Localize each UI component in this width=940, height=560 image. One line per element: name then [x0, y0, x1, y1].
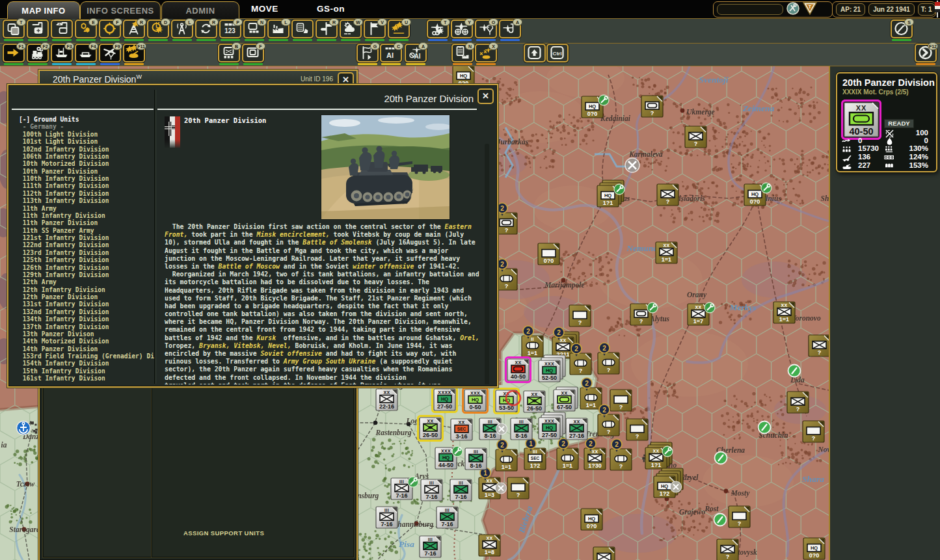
tab-admin[interactable]: ADMIN — [161, 1, 239, 19]
unit-encyclopedia-list[interactable]: [-] Ground Units - Germany - 100th Light… — [19, 116, 157, 383]
toolbar-button-ring-icon[interactable]: F — [99, 20, 121, 38]
toolbar-button-arrow-right-icon[interactable]: F1 — [3, 44, 25, 62]
encyclopedia-list-item[interactable]: 134th Infantry Division — [19, 315, 157, 323]
toolbar-button-factory-icon[interactable]: L — [267, 20, 289, 38]
toolbar-button-monitor-units-icon[interactable]: B — [218, 44, 240, 62]
unit-counter-7-16[interactable]: III7-16 — [376, 507, 397, 528]
encyclopedia-list-item[interactable]: 121st Infantry Division — [19, 234, 157, 241]
encyclopedia-list-item[interactable]: 110th Infantry Division — [19, 175, 157, 182]
toolbar-button-barge-icon[interactable]: F4 — [75, 44, 97, 62]
tools-icon[interactable] — [786, 2, 799, 18]
encyclopedia-list-item[interactable]: 132nd Infantry Division — [19, 308, 157, 315]
encyclopedia-list-item[interactable]: 14th Panzer Division — [19, 345, 157, 353]
toolbar-button-flag-icon[interactable]: V — [364, 20, 386, 38]
encyclopedia-list-item[interactable]: 125th Infantry Division — [19, 256, 157, 263]
unit-counter-0-50[interactable]: XXXHQ0-50 — [463, 388, 488, 413]
unit-counter-26-50[interactable]: XX26-50 — [524, 391, 545, 412]
encyclopedia-list-item[interactable]: 13th Panzer Divison — [19, 330, 157, 338]
encyclopedia-list-item[interactable]: 14th Motorized Division — [19, 338, 157, 345]
toolbar-button-timer-burst-icon[interactable]: D — [147, 20, 169, 38]
unit-counter-0x0[interactable]: HQ0?0 — [581, 509, 602, 530]
encyclopedia-list-item[interactable]: 129th Infantry Division — [19, 271, 157, 278]
unit-counter-x[interactable]: ? — [657, 184, 678, 206]
unit-counter-7-16[interactable]: III7-16 — [450, 479, 472, 501]
message-input[interactable] — [717, 4, 783, 15]
unit-counter-x[interactable]: ? — [641, 96, 663, 117]
unit-counter-1x1[interactable]: XX1=1 — [773, 302, 795, 323]
toolbar-button-shift-key-icon[interactable] — [524, 44, 546, 62]
unit-counter-1x1[interactable]: XX1?1 — [645, 442, 673, 469]
encyclopedia-list-item[interactable]: 10th Panzer Division — [19, 168, 157, 175]
unit-counter-7-16[interactable]: III7-16 — [420, 536, 441, 557]
unit-panel-counter[interactable]: XX40-50 — [841, 100, 878, 136]
unit-counter-x[interactable]: ? — [803, 421, 824, 442]
encyclopedia-list-item[interactable]: - Germany - — [19, 123, 157, 130]
unit-counter-x[interactable]: ? — [610, 390, 632, 411]
toolbar-button-page-add-icon[interactable] — [27, 20, 49, 38]
article-scrollbar[interactable] — [485, 144, 489, 384]
toolbar-button-cycle-icon[interactable]: R — [195, 20, 217, 38]
toolbar-button-rail-burst-icon[interactable]: R — [123, 20, 145, 38]
toolbar-button-air-transport-icon[interactable]: A — [499, 20, 521, 38]
toolbar-button-ai-air-icon[interactable]: AIA — [405, 44, 427, 62]
toolbar-button-box-units-icon[interactable]: N — [243, 20, 265, 38]
encyclopedia-list-item[interactable]: 126th Infantry Division — [19, 264, 157, 271]
unit-counter-27-50[interactable]: XXXXHQ27-50 — [433, 388, 457, 412]
toolbar-button-page-min-icon[interactable] — [51, 20, 73, 38]
encyclopedia-list-item[interactable]: 12th Panzer Division — [19, 293, 157, 300]
encyclopedia-list-item[interactable]: 15th Infantry Division — [19, 367, 157, 375]
toolbar-button-tank-burst-icon[interactable]: F11 — [123, 44, 145, 62]
encyclopedia-list-item[interactable]: 11th Army — [19, 205, 157, 212]
encyclopedia-list-item[interactable]: 123rd Infantry Division — [19, 249, 157, 256]
toolbar-button-counters-icon[interactable]: T — [3, 20, 25, 38]
toolbar-button-radio-icon[interactable]: L — [171, 20, 193, 38]
toolbar-button-air-drop-icon[interactable]: F9 — [99, 44, 121, 62]
encyclopedia-close-button[interactable]: ✕ — [477, 88, 494, 104]
toolbar-button-hexes-icon[interactable]: E — [75, 20, 97, 38]
toolbar-button-ship-icon[interactable]: F3 — [51, 44, 73, 62]
toolbar-button-signpost-icon[interactable]: R — [316, 20, 338, 38]
encyclopedia-list-item[interactable]: 10th Motorized Division — [19, 160, 157, 167]
toolbar-button-units-123-icon[interactable]: 123P — [219, 20, 241, 38]
assign-support-units-button[interactable]: ASSIGN SUPPORT UNITS — [183, 529, 264, 537]
tab-info-screens[interactable]: INFO SCREENS — [80, 1, 161, 19]
toolbar-button-flag-next-icon[interactable]: G — [356, 44, 379, 62]
toolbar-button-burst-icon[interactable]: U — [388, 20, 410, 38]
toolbar-button-dial-icon[interactable]: S — [891, 20, 913, 38]
gs-toggle-label[interactable]: GS-on — [317, 4, 345, 14]
unit-counter-x[interactable]: ? — [729, 506, 750, 527]
toolbar-button-next-turn-icon[interactable]: F12 — [915, 44, 937, 62]
toolbar-button-ai-ground-icon[interactable]: AIC — [380, 44, 402, 62]
unit-counter-3-16[interactable]: XXSEC3-16 — [451, 419, 472, 440]
unit-counter-53-50[interactable]: XXHQ53-50 — [494, 389, 521, 414]
toolbar-button-monitor-icon[interactable]: F — [242, 44, 264, 62]
unit-counter-x[interactable]: ? — [787, 392, 809, 413]
encyclopedia-list-item[interactable]: [-] Ground Units — [19, 116, 157, 123]
encyclopedia-list-item[interactable]: 12th Army — [19, 278, 157, 286]
encyclopedia-list-item[interactable]: 137th Infantry Division — [19, 323, 157, 330]
toolbar-button-air-ground-icon[interactable]: T — [427, 20, 449, 38]
toolbar-button-ctrl-key-icon[interactable]: Ctrl — [546, 44, 569, 62]
encyclopedia-list-item[interactable]: 113th Infantry Division — [19, 197, 157, 204]
unit-counter-7-16[interactable]: III7-16 — [421, 479, 442, 501]
unit-counter-7-16[interactable]: III7-16 — [436, 507, 458, 528]
encyclopedia-list-item[interactable]: 106th Infantry Division — [19, 153, 157, 160]
unit-counter-52-50[interactable]: XXXHQ52-50 — [539, 355, 565, 382]
unit-counter-40-50[interactable]: XX40-50 — [506, 358, 531, 382]
unit-counter-x[interactable]: ? — [717, 539, 738, 560]
toolbar-button-train-icon[interactable]: F2 — [27, 44, 49, 62]
unit-counter-0x0[interactable]: 0?0 — [538, 243, 559, 265]
encyclopedia-list-item[interactable]: 112th Infantry Division — [19, 190, 157, 197]
unit-counter-0x0[interactable]: HQ0?0 — [803, 538, 825, 559]
unit-counter-1x8[interactable]: XX1=8 — [479, 535, 500, 556]
toolbar-button-air-para-icon[interactable]: O — [475, 20, 497, 38]
unit-counter-1x1[interactable]: HQ1?1 — [597, 180, 624, 207]
unit-counter-x[interactable]: ? — [809, 335, 829, 356]
encyclopedia-list-item[interactable]: 11th Panzer Division — [19, 219, 157, 226]
unit-counter-x[interactable]: ? — [507, 477, 529, 499]
unit-counter-26-50[interactable]: XX26-50 — [418, 416, 443, 441]
unit-counter-8-16[interactable]: III8-16 — [465, 448, 487, 470]
encyclopedia-list-item[interactable]: 102nd Infantry Division — [19, 146, 157, 153]
unit-counter-27-50[interactable]: XXXHQ27-50 — [539, 412, 565, 439]
toolbar-button-construction-icon[interactable] — [291, 20, 314, 38]
